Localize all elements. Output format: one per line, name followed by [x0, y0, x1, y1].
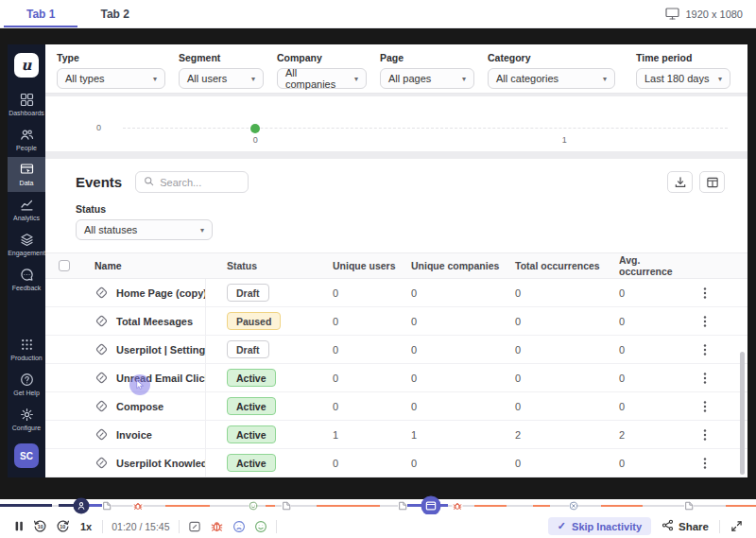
table-row[interactable]: Invoice Active 1 1 2 2: [45, 421, 747, 449]
timeline-segment-indigo: [87, 504, 102, 507]
timeline-marker-user-playhead[interactable]: [73, 498, 89, 514]
sidebar-item-feedback[interactable]: Feedback: [8, 262, 45, 297]
table-row[interactable]: Userpilot Knowledge ... Active 0 0 0 0: [45, 449, 747, 477]
filter-company: Company All companies▾: [277, 52, 367, 93]
rewind-10-button[interactable]: 10: [33, 519, 47, 533]
status-badge: Active: [227, 454, 276, 472]
smiley-button[interactable]: [254, 520, 267, 533]
timeline-marker-page[interactable]: [398, 501, 407, 512]
right-controls: ✓ Skip Inactivity Share: [548, 517, 743, 535]
engagement-icon: [20, 233, 34, 247]
sidebar-item-analytics[interactable]: Analytics: [8, 192, 45, 227]
table-row[interactable]: Userpilot | Settings Draft 0 0 0 0: [45, 336, 747, 364]
total-occurrences-value: 0: [508, 401, 612, 412]
chart-x-tick-0: 0: [253, 135, 258, 145]
timeline-marker-page[interactable]: [102, 501, 112, 512]
filter-type: Type All types▾: [57, 52, 165, 93]
status-select[interactable]: All statuses▾: [76, 219, 213, 240]
status-badge: Active: [227, 369, 276, 387]
event-tag-icon: [94, 314, 109, 328]
timeline-segment-orange: [165, 505, 210, 507]
select-all-checkbox[interactable]: [59, 260, 70, 271]
timeline-marker-page[interactable]: [684, 501, 694, 512]
player-timeline[interactable]: [0, 499, 756, 514]
timeline-marker-bug[interactable]: [132, 501, 143, 512]
chevron-down-icon: ▾: [251, 75, 255, 83]
timeline-marker-window-big[interactable]: [421, 496, 441, 516]
type-select[interactable]: All types▾: [57, 68, 165, 89]
bug-button[interactable]: [210, 519, 224, 533]
row-menu-button[interactable]: [696, 341, 713, 358]
timeline-segment-navy: [0, 504, 52, 507]
total-occurrences-value: 0: [508, 287, 612, 299]
page-select[interactable]: All pages▾: [380, 68, 474, 89]
table-header-row: Name Status Unique users Unique companie…: [45, 252, 747, 279]
unique-companies-value: 1: [404, 429, 508, 441]
chart-data-point[interactable]: [250, 124, 260, 133]
status-badge: Draft: [227, 284, 269, 302]
people-icon: [20, 128, 34, 142]
table-row[interactable]: Home Page (copy) Draft 0 0 0 0: [45, 279, 747, 307]
row-menu-button[interactable]: [696, 285, 713, 302]
columns-button[interactable]: [699, 171, 725, 193]
tab-2[interactable]: Tab 2: [77, 0, 151, 27]
unique-users-value: 0: [315, 344, 404, 356]
sidebar-item-configure[interactable]: Configure: [8, 402, 45, 437]
search-input[interactable]: Search...: [135, 171, 249, 193]
filter-category: Category All categories▾: [488, 52, 615, 93]
tab-1[interactable]: Tab 1: [4, 0, 77, 27]
table-row[interactable]: Total Meesages Paused 0 0 0 0: [45, 307, 747, 336]
sidebar-item-get-help[interactable]: Get Help: [8, 367, 45, 402]
sidebar-item-engagement[interactable]: Engagement: [8, 227, 45, 262]
total-occurrences-value: 2: [508, 429, 612, 441]
timeline-marker-circle-x[interactable]: [569, 501, 578, 511]
notes-button[interactable]: [188, 520, 201, 533]
segment-select[interactable]: All users▾: [179, 68, 264, 89]
app-scrollbar[interactable]: [740, 352, 745, 475]
chevron-down-icon: ▾: [603, 75, 607, 83]
company-select[interactable]: All companies▾: [277, 68, 367, 89]
session-replay-viewer: Tab 1 Tab 2 1920 x 1080 u Dashboards Peo…: [0, 0, 756, 538]
speed-button[interactable]: 1x: [78, 521, 94, 532]
download-button[interactable]: [667, 171, 693, 193]
dashboards-icon: [20, 93, 34, 107]
filter-bar: Type All types▾ Segment All users▾ Compa…: [45, 44, 747, 94]
event-name: Compose: [116, 401, 163, 412]
sidebar-item-people[interactable]: People: [8, 122, 45, 157]
chevron-down-icon: ▾: [462, 75, 466, 83]
unique-companies-value: 0: [404, 287, 508, 299]
table-row[interactable]: Compose Active 0 0 0 0: [45, 392, 747, 421]
pause-button[interactable]: [13, 520, 25, 532]
event-name: Userpilot Knowledge ...: [116, 458, 206, 469]
row-menu-button[interactable]: [696, 426, 713, 443]
chevron-down-icon: ▾: [354, 75, 358, 83]
status-badge: Paused: [227, 312, 281, 330]
frown-button[interactable]: [232, 520, 246, 533]
time-period-select[interactable]: Last 180 days▾: [636, 68, 730, 89]
forward-10-button[interactable]: 10: [56, 519, 70, 533]
status-badge: Active: [227, 425, 276, 443]
share-button[interactable]: Share: [662, 519, 709, 533]
sidebar-item-dashboards[interactable]: Dashboards: [8, 87, 45, 122]
timeline-marker-page[interactable]: [282, 501, 291, 512]
total-occurrences-value: 0: [508, 373, 612, 384]
timeline-marker-bug[interactable]: [453, 501, 463, 512]
row-menu-button[interactable]: [696, 398, 713, 415]
timeline-marker-smiley[interactable]: [249, 501, 258, 511]
row-menu-button[interactable]: [696, 370, 713, 387]
event-name: Total Meesages: [116, 316, 193, 327]
unique-companies-value: 0: [404, 458, 508, 469]
category-select[interactable]: All categories▾: [488, 68, 615, 89]
timeline-track[interactable]: [0, 505, 756, 507]
sidebar-item-production[interactable]: Production: [8, 332, 45, 367]
row-menu-button[interactable]: [696, 313, 713, 330]
fullscreen-button[interactable]: [730, 520, 743, 532]
row-menu-button[interactable]: [696, 455, 713, 472]
table-row[interactable]: Unread Email Click Active 0 0 0 0: [45, 364, 747, 392]
sidebar-item-data[interactable]: Data: [8, 157, 45, 192]
event-tag-icon: [94, 371, 109, 385]
userpilot-logo[interactable]: u: [14, 53, 39, 78]
events-chart: 0 0 1: [45, 96, 747, 151]
user-avatar[interactable]: SC: [14, 443, 39, 468]
skip-inactivity-toggle[interactable]: ✓ Skip Inactivity: [548, 517, 651, 535]
